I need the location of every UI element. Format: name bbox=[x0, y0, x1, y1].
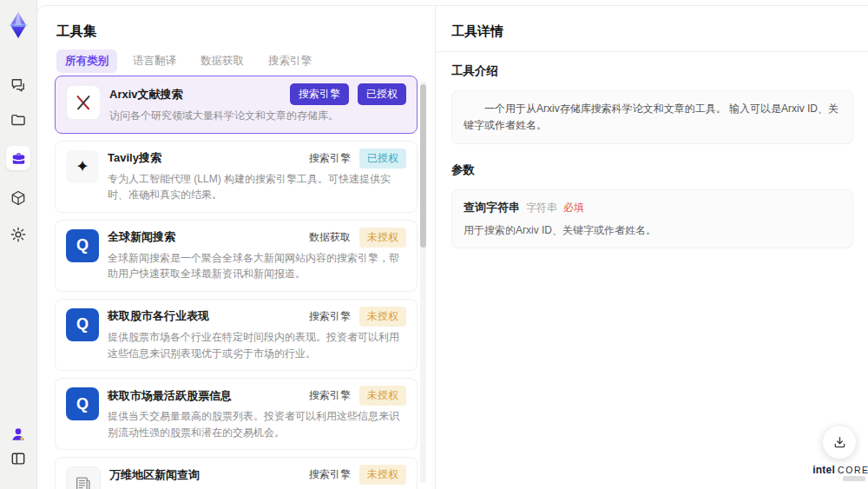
auth-status-badge: 未授权 bbox=[359, 307, 406, 327]
tool-card-body: Arxiv文献搜索 搜索引擎 已授权 访问各个研究领域大量科学论文和文章的存储库… bbox=[109, 83, 406, 124]
tool-card[interactable]: Q 全球新闻搜索 数据获取 未授权 bbox=[55, 220, 418, 292]
app-rail bbox=[0, 0, 37, 489]
category-badge: 搜索引擎 bbox=[309, 151, 351, 166]
tool-description: 提供股票市场各个行业在特定时间段内的表现。投资者可以利用这些信息来识别表现优于或… bbox=[108, 329, 401, 361]
scrollbar-thumb[interactable] bbox=[420, 84, 426, 248]
auth-status-badge: 未授权 bbox=[359, 386, 406, 406]
tool-card[interactable]: Q 获取市场最活跃股票信息 搜索引擎 未授权 bbox=[55, 378, 418, 450]
sidebar-item-tools[interactable] bbox=[6, 146, 30, 170]
tool-card[interactable]: Q 获取股市各行业表现 搜索引擎 未授权 bbox=[55, 299, 418, 371]
tool-detail-panel: 工具详情 工具介绍 一个用于从Arxiv存储库搜索科学论文和文章的工具。 输入可… bbox=[436, 6, 868, 489]
user-avatar-icon[interactable] bbox=[10, 426, 27, 443]
tool-card[interactable]: ✦ Tavily搜索 搜索引擎 已授权 bbox=[55, 141, 418, 213]
auth-status-badge: 已授权 bbox=[359, 149, 406, 169]
tool-name: 全球新闻搜索 bbox=[108, 229, 175, 245]
folder-icon[interactable] bbox=[10, 111, 27, 129]
tool-card-body: 万维地区新闻查询 搜索引擎 未授权 查询具体行政区划内的新闻，快速了解各地新闻动… bbox=[109, 465, 406, 489]
brand-name: intel bbox=[812, 464, 835, 476]
intel-core-logo: intelCORE bbox=[806, 461, 868, 477]
category-tabs: 所有类别 语言翻译 数据获取 搜索引擎 bbox=[56, 50, 320, 73]
category-badge: 搜索引擎 bbox=[309, 467, 351, 482]
page-title: 工具集 bbox=[56, 23, 97, 41]
tool-description: 专为人工智能代理 (LLM) 构建的搜索引擎工具。可快速提供实时、准确和真实的结… bbox=[108, 171, 401, 203]
param-description: 用于搜索的Arxiv ID、关键字或作者姓名。 bbox=[464, 223, 841, 238]
tool-description: 访问各个研究领域大量科学论文和文章的存储库。 bbox=[109, 108, 403, 124]
tool-list: Arxiv文献搜索 搜索引擎 已授权 访问各个研究领域大量科学论文和文章的存储库… bbox=[55, 76, 418, 489]
tool-glyph-icon: ✦ bbox=[66, 150, 99, 183]
category-tab[interactable]: 所有类别 bbox=[56, 50, 117, 73]
tool-card-body: 获取市场最活跃股票信息 搜索引擎 未授权 提供当天交易量最高的股票列表。投资者可… bbox=[108, 386, 406, 440]
tool-name: 获取股市各行业表现 bbox=[108, 308, 209, 324]
auth-status-badge: 未授权 bbox=[359, 228, 406, 248]
tool-card[interactable]: Arxiv文献搜索 搜索引擎 已授权 访问各个研究领域大量科学论文和文章的存储库… bbox=[55, 76, 418, 134]
params-heading: 参数 bbox=[451, 162, 853, 178]
param-required-flag: 必填 bbox=[563, 201, 584, 215]
category-tab[interactable]: 语言翻译 bbox=[124, 50, 185, 73]
param-name: 查询字符串 bbox=[464, 200, 520, 215]
category-badge: 数据获取 bbox=[309, 230, 351, 245]
tool-card[interactable]: 万维地区新闻查询 搜索引擎 未授权 查询具体行政区划内的新闻，快速了解各地新闻动… bbox=[55, 457, 418, 489]
brand-product: CORE bbox=[838, 465, 868, 475]
intro-heading: 工具介绍 bbox=[451, 63, 853, 79]
tool-name: 获取市场最活跃股票信息 bbox=[108, 388, 232, 404]
download-button[interactable] bbox=[822, 425, 857, 459]
tool-description: 全球新闻搜索是一个聚合全球各大新闻网站内容的搜索引擎，帮助用户快速获取全球最新资… bbox=[108, 250, 401, 282]
category-badge: 搜索引擎 bbox=[290, 83, 349, 105]
package-icon[interactable] bbox=[10, 189, 27, 207]
tool-card-body: 全球新闻搜索 数据获取 未授权 全球新闻搜索是一个聚合全球各大新闻网站内容的搜索… bbox=[108, 228, 406, 282]
intro-box: 一个用于从Arxiv存储库搜索科学论文和文章的工具。 输入可以是Arxiv ID… bbox=[451, 90, 853, 144]
divider bbox=[436, 51, 868, 52]
tool-card-body: Tavily搜索 搜索引擎 已授权 专为人工智能代理 (LLM) 构建的搜索引擎… bbox=[108, 149, 406, 203]
tool-glyph-icon: Q bbox=[66, 387, 99, 420]
newspaper-icon bbox=[66, 466, 101, 489]
auth-status-badge: 已授权 bbox=[358, 83, 406, 105]
app-logo-icon bbox=[4, 10, 32, 40]
tool-name: 万维地区新闻查询 bbox=[109, 467, 200, 483]
toolbox-icon bbox=[10, 150, 27, 167]
tool-glyph-icon: Q bbox=[66, 308, 99, 341]
tool-name: Arxiv文献搜索 bbox=[109, 87, 183, 102]
tool-glyph-icon: Q bbox=[66, 229, 99, 262]
auth-status-badge: 未授权 bbox=[359, 465, 406, 485]
parameter-box: 查询字符串 字符串 必填 用于搜索的Arxiv ID、关键字或作者姓名。 bbox=[451, 189, 853, 248]
arxiv-logo-icon bbox=[66, 85, 101, 120]
chat-icon[interactable] bbox=[10, 76, 27, 94]
brand-sub-badge bbox=[843, 476, 865, 481]
detail-title: 工具详情 bbox=[451, 23, 853, 40]
settings-gear-icon[interactable] bbox=[10, 226, 27, 243]
tool-name: Tavily搜索 bbox=[108, 150, 161, 166]
category-tab[interactable]: 搜索引擎 bbox=[260, 50, 320, 73]
category-badge: 搜索引擎 bbox=[309, 388, 351, 403]
param-type: 字符串 bbox=[526, 201, 557, 215]
category-badge: 搜索引擎 bbox=[309, 309, 351, 324]
tool-card-body: 获取股市各行业表现 搜索引擎 未授权 提供股票市场各个行业在特定时间段内的表现。… bbox=[108, 307, 406, 361]
category-tab[interactable]: 数据获取 bbox=[192, 50, 253, 73]
tool-description: 提供当天交易量最高的股票列表。投资者可以利用这些信息来识别流动性强的股票和潜在的… bbox=[108, 408, 401, 440]
intro-text: 一个用于从Arxiv存储库搜索科学论文和文章的工具。 输入可以是Arxiv ID… bbox=[464, 101, 841, 134]
download-icon bbox=[832, 434, 848, 451]
main-content: 工具集 所有类别 语言翻译 数据获取 搜索引擎 bbox=[36, 5, 868, 489]
side-panel-toggle-icon[interactable] bbox=[10, 450, 27, 467]
